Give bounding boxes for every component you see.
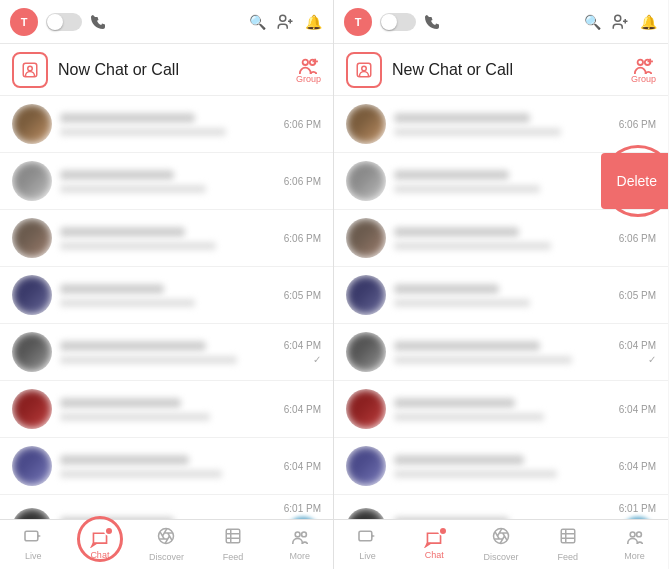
chat-message [394, 470, 557, 478]
right-tab-live-label: Live [359, 551, 376, 561]
chat-meta: 6:04 PM [611, 404, 656, 415]
tab-feed-label: Feed [223, 552, 244, 562]
chat-meta: 6:05 PM [276, 290, 321, 301]
chat-meta: 6:04 PM ✓ [611, 340, 656, 365]
discover-icon [157, 527, 175, 550]
tab-more[interactable]: More [266, 520, 333, 569]
right-bell-icon[interactable]: 🔔 [638, 12, 658, 32]
chat-meta: 6:01 PM [611, 503, 656, 519]
left-group-button[interactable]: Group [296, 56, 321, 84]
chat-name [394, 170, 509, 180]
list-item[interactable]: 6:04 PM [0, 438, 333, 495]
right-tab-bar: Live Chat Discover Feed More [334, 519, 668, 569]
right-tab-chat[interactable]: Chat [401, 520, 468, 569]
tab-discover-label: Discover [149, 552, 184, 562]
tab-live[interactable]: Live [0, 520, 67, 569]
right-chat-badge [438, 526, 448, 536]
list-item[interactable]: 6:06 PM [334, 96, 668, 153]
chat-meta: 6:06 PM [611, 233, 656, 244]
list-item[interactable]: 6:05 PM [0, 267, 333, 324]
tab-live-label: Live [25, 551, 42, 561]
chat-content [60, 284, 268, 307]
right-group-button[interactable]: Group [631, 56, 656, 84]
right-tab-discover-label: Discover [483, 552, 518, 562]
chat-time: 6:04 PM [284, 404, 321, 415]
left-new-chat-icon[interactable] [12, 52, 48, 88]
right-tab-live[interactable]: Live [334, 520, 401, 569]
right-feed-icon [559, 527, 577, 550]
svg-marker-28 [372, 534, 375, 537]
list-item[interactable]: 6:04 PM [334, 438, 668, 495]
chat-time: 6:04 PM [284, 461, 321, 472]
left-add-person-icon[interactable] [275, 12, 295, 32]
right-tab-discover[interactable]: Discover [468, 520, 535, 569]
list-item[interactable]: 6:06 PM [0, 96, 333, 153]
right-header-title: New Chat or Call [392, 61, 621, 79]
list-item[interactable]: 6:06 PM [0, 210, 333, 267]
right-tab-more[interactable]: More [601, 520, 668, 569]
avatar [12, 508, 52, 519]
left-user-avatar[interactable]: T [10, 8, 38, 36]
right-toggle[interactable] [380, 13, 416, 31]
avatar [12, 104, 52, 144]
chat-badge [104, 526, 114, 536]
list-item[interactable]: 6:04 PM ✓ [334, 324, 668, 381]
tab-feed[interactable]: Feed [200, 520, 267, 569]
chat-name [60, 341, 206, 351]
chat-content [394, 398, 603, 421]
list-item[interactable]: 6:01 PM [334, 495, 668, 519]
left-chat-header: Now Chat or Call Group [0, 44, 333, 96]
left-bell-icon[interactable]: 🔔 [303, 12, 323, 32]
chat-tab-icon-wrapper [90, 530, 110, 548]
chat-meta: 6:04 PM [276, 461, 321, 472]
list-item[interactable]: 6:04 PM [0, 381, 333, 438]
right-new-chat-icon[interactable] [346, 52, 382, 88]
chat-time: 6:01 PM [619, 503, 656, 514]
list-item[interactable]: 6:04 PM ✓ [0, 324, 333, 381]
list-item-with-delete[interactable]: 6:06 PM Delete [334, 153, 668, 210]
chat-time: 6:06 PM [619, 233, 656, 244]
chat-meta: 6:06 PM [276, 233, 321, 244]
left-search-icon[interactable]: 🔍 [247, 12, 267, 32]
chat-name [60, 284, 164, 294]
avatar [12, 446, 52, 486]
svg-rect-9 [25, 531, 38, 541]
list-item[interactable]: 6:04 PM [334, 381, 668, 438]
delete-button[interactable]: Delete [601, 153, 668, 209]
chat-message [394, 413, 544, 421]
tab-chat-label: Chat [90, 550, 109, 560]
chat-time: 6:06 PM [284, 119, 321, 130]
svg-point-22 [362, 66, 367, 71]
right-chat-header: New Chat or Call Group [334, 44, 668, 96]
chat-content [394, 170, 603, 193]
chat-message [60, 128, 226, 136]
right-more-icon [625, 528, 645, 549]
list-item[interactable]: 6:06 PM [0, 153, 333, 210]
list-item[interactable]: 6:01 PM [0, 495, 333, 519]
right-tab-chat-label: Chat [425, 550, 444, 560]
chat-message [60, 185, 206, 193]
svg-point-34 [630, 532, 635, 537]
right-add-person-icon[interactable] [610, 12, 630, 32]
right-search-icon[interactable]: 🔍 [582, 12, 602, 32]
read-check-icon: ✓ [313, 354, 321, 365]
tab-discover[interactable]: Discover [133, 520, 200, 569]
chat-message [394, 128, 561, 136]
avatar [12, 332, 52, 372]
right-user-avatar[interactable]: T [344, 8, 372, 36]
chat-time: 6:01 PM [284, 503, 321, 514]
chat-content [394, 455, 603, 478]
avatar [346, 389, 386, 429]
list-item[interactable]: 6:05 PM [334, 267, 668, 324]
chat-time: 6:06 PM [284, 233, 321, 244]
left-panel: T 🔍 🔔 Now Chat or Call Group 6 [0, 0, 334, 569]
list-item[interactable]: 6:06 PM [334, 210, 668, 267]
right-tab-feed[interactable]: Feed [534, 520, 601, 569]
tab-chat[interactable]: Chat [67, 520, 134, 569]
svg-point-0 [280, 15, 286, 21]
left-tab-bar: Live Chat Discover Feed Mo [0, 519, 333, 569]
chat-name [60, 517, 174, 520]
left-toggle[interactable] [46, 13, 82, 31]
live-icon [23, 528, 43, 549]
right-group-label: Group [631, 74, 656, 84]
